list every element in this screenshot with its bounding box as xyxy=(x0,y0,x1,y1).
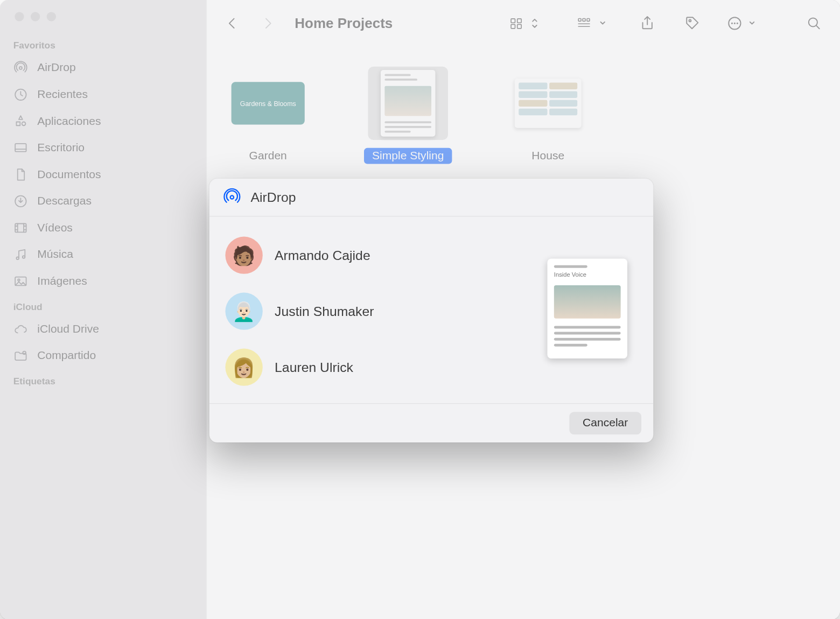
sidebar-item-videos[interactable]: Vídeos xyxy=(0,215,207,242)
document-icon xyxy=(13,167,28,182)
group-by-button[interactable] xyxy=(575,12,613,34)
svg-point-0 xyxy=(19,67,22,69)
svg-point-21 xyxy=(737,23,738,24)
svg-rect-2 xyxy=(15,144,26,152)
avatar: 🧑🏽 xyxy=(225,237,262,274)
desktop-icon xyxy=(13,140,28,155)
svg-point-17 xyxy=(689,20,691,22)
thumbnail-text: Gardens & Blooms xyxy=(240,100,296,107)
recipient-name: Armando Cajide xyxy=(275,248,370,263)
avatar: 👨🏻‍🦳 xyxy=(225,293,262,330)
sidebar-item-label: Escritorio xyxy=(37,141,85,154)
svg-rect-16 xyxy=(587,18,590,21)
sidebar-item-label: Recientes xyxy=(37,88,88,101)
svg-rect-15 xyxy=(583,18,585,21)
sidebar-section-favorites: Favoritos xyxy=(0,33,207,55)
svg-rect-12 xyxy=(511,24,515,28)
share-button[interactable] xyxy=(636,12,659,34)
window-title: Home Projects xyxy=(295,15,393,31)
svg-rect-10 xyxy=(511,19,515,23)
file-name: Simple Styling xyxy=(364,148,452,164)
svg-point-8 xyxy=(18,279,20,281)
preview-document: Inside Voice xyxy=(547,258,627,358)
sidebar-item-downloads[interactable]: Descargas xyxy=(0,188,207,215)
clock-icon xyxy=(13,87,28,102)
tags-button[interactable] xyxy=(681,12,704,34)
cancel-button[interactable]: Cancelar xyxy=(569,412,641,434)
sidebar-item-airdrop[interactable]: AirDrop xyxy=(0,55,207,82)
thumbnail-image xyxy=(381,70,436,137)
sidebar-item-label: AirDrop xyxy=(37,61,75,75)
recipient-name: Justin Shumaker xyxy=(275,304,374,319)
svg-rect-14 xyxy=(578,18,581,21)
view-mode-button[interactable] xyxy=(509,12,543,34)
recipient-list: 🧑🏽 Armando Cajide 👨🏻‍🦳 Justin Shumaker 👩… xyxy=(225,231,537,386)
sidebar-item-applications[interactable]: Aplicaciones xyxy=(0,108,207,135)
sidebar-section-icloud: iCloud xyxy=(0,294,207,316)
recipient-justin[interactable]: 👨🏻‍🦳 Justin Shumaker xyxy=(225,293,537,330)
sidebar-item-label: Descargas xyxy=(37,195,92,208)
minimize-icon[interactable] xyxy=(31,12,40,21)
downloads-icon xyxy=(13,194,28,208)
forward-button[interactable] xyxy=(256,12,278,34)
svg-point-23 xyxy=(230,195,234,199)
toolbar: Home Projects xyxy=(207,0,840,47)
preview-title: Inside Voice xyxy=(554,271,601,278)
sidebar-item-desktop[interactable]: Escritorio xyxy=(0,135,207,161)
window-controls xyxy=(0,9,207,33)
video-icon xyxy=(13,221,28,235)
file-thumbnail xyxy=(368,67,448,140)
pictures-icon xyxy=(13,274,28,289)
svg-rect-11 xyxy=(517,19,521,23)
file-name: House xyxy=(523,148,572,164)
sidebar-item-icloud-drive[interactable]: iCloud Drive xyxy=(0,316,207,343)
file-thumbnail: Gardens & Blooms xyxy=(228,67,308,140)
applications-icon xyxy=(13,114,28,129)
sidebar-item-label: Música xyxy=(37,248,73,262)
svg-point-6 xyxy=(23,256,25,258)
zoom-icon[interactable] xyxy=(47,12,56,21)
sidebar-item-pictures[interactable]: Imágenes xyxy=(0,268,207,295)
sidebar-item-music[interactable]: Música xyxy=(0,241,207,268)
svg-rect-4 xyxy=(15,223,26,232)
share-preview: Inside Voice xyxy=(537,231,638,386)
sidebar: Favoritos AirDrop Recientes Aplicaciones… xyxy=(0,0,207,619)
actions-button[interactable] xyxy=(727,12,760,34)
music-icon xyxy=(13,247,28,262)
sidebar-item-recents[interactable]: Recientes xyxy=(0,81,207,108)
modal-body: 🧑🏽 Armando Cajide 👨🏻‍🦳 Justin Shumaker 👩… xyxy=(209,216,654,403)
avatar: 👩🏼 xyxy=(225,349,262,386)
modal-header: AirDrop xyxy=(209,179,654,217)
modal-footer: Cancelar xyxy=(209,403,654,442)
sidebar-item-label: iCloud Drive xyxy=(37,322,99,336)
recipient-name: Lauren Ulrick xyxy=(275,360,353,375)
airdrop-modal: AirDrop 🧑🏽 Armando Cajide 👨🏻‍🦳 Justin Sh… xyxy=(209,179,654,442)
file-name: Garden xyxy=(241,148,295,164)
recipient-armando[interactable]: 🧑🏽 Armando Cajide xyxy=(225,237,537,274)
airdrop-icon xyxy=(13,61,28,75)
sidebar-item-label: Vídeos xyxy=(37,221,73,235)
svg-point-5 xyxy=(16,257,19,259)
airdrop-icon xyxy=(223,188,242,207)
shared-folder-icon xyxy=(13,349,28,363)
svg-rect-13 xyxy=(517,24,521,28)
recipient-lauren[interactable]: 👩🏼 Lauren Ulrick xyxy=(225,349,537,386)
sidebar-item-label: Imágenes xyxy=(37,275,87,288)
svg-point-9 xyxy=(23,351,26,355)
close-icon[interactable] xyxy=(15,12,24,21)
thumbnail-image: Gardens & Blooms xyxy=(232,82,305,124)
sidebar-item-label: Documentos xyxy=(37,168,101,181)
svg-point-20 xyxy=(734,23,735,24)
search-button[interactable] xyxy=(803,12,825,34)
modal-title: AirDrop xyxy=(251,189,296,205)
sidebar-item-shared[interactable]: Compartido xyxy=(0,342,207,369)
sidebar-item-label: Compartido xyxy=(37,349,96,363)
svg-point-19 xyxy=(732,23,732,24)
cloud-icon xyxy=(13,322,28,336)
sidebar-section-tags: Etiquetas xyxy=(0,369,207,391)
thumbnail-image xyxy=(515,79,582,128)
finder-window: Favoritos AirDrop Recientes Aplicaciones… xyxy=(0,0,840,619)
sidebar-item-documents[interactable]: Documentos xyxy=(0,161,207,188)
file-thumbnail xyxy=(508,67,588,140)
back-button[interactable] xyxy=(221,12,244,34)
